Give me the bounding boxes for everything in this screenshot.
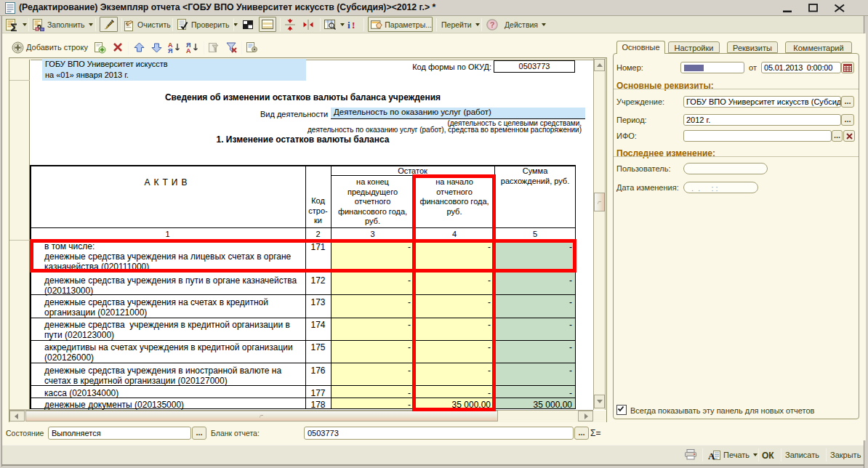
svg-text:А: А — [186, 47, 191, 54]
svg-text:A: A — [708, 451, 715, 461]
svg-text:?: ? — [490, 20, 495, 29]
svg-text:!: ! — [352, 20, 355, 31]
svg-text:Я: Я — [168, 47, 172, 54]
svg-text:i: i — [347, 20, 350, 31]
